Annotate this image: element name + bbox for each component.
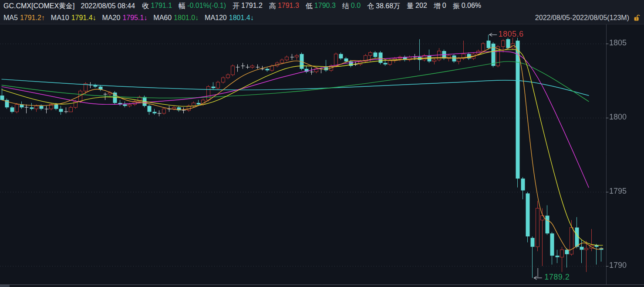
quote-field-open: 开1791.2 xyxy=(233,2,263,11)
annotation-high-price: 1805.6 xyxy=(499,30,524,39)
kline-chart-canvas[interactable] xyxy=(0,0,644,287)
down-arrow-icon: ↓ xyxy=(250,14,254,21)
ma-indicator-bar: MA51791.2↑ MA101791.4↓ MA201795.1↓ MA601… xyxy=(0,12,644,24)
quote-header: GC.CMX[COMEX黄金] 2022/08/05 08:44 收1791.1… xyxy=(0,0,644,24)
quote-field-oi-change: 增0 xyxy=(434,2,446,11)
y-axis-label: 1795 xyxy=(609,187,627,196)
quote-field-low: 低1790.3 xyxy=(306,2,336,11)
up-arrow-icon: ↑ xyxy=(41,14,45,21)
lock-icon[interactable]: ! xyxy=(634,14,641,21)
quote-field-close: 收1791.1 xyxy=(142,2,172,11)
quote-field-open-interest: 仓38.68万 xyxy=(367,2,400,11)
ma-item-ma120: MA1201801.4↓ xyxy=(205,14,254,22)
symbol-label: GC.CMX[COMEX黄金] xyxy=(3,2,75,11)
quote-field-volume: 量202 xyxy=(407,2,427,11)
y-axis-label: 1800 xyxy=(609,113,627,122)
futures-kline-window: GC.CMX[COMEX黄金] 2022/08/05 08:44 收1791.1… xyxy=(0,0,644,287)
y-axis-label: 1805 xyxy=(609,38,627,48)
ma-item-ma5: MA51791.2↑ xyxy=(3,14,45,22)
quote-field-change: 幅-0.01%(-0.1) xyxy=(179,2,226,11)
quote-field-settle: 结0.0 xyxy=(342,2,361,11)
quote-field-high: 高1791.3 xyxy=(269,2,299,11)
ma-item-ma60: MA601801.0↓ xyxy=(153,14,199,22)
annotation-low-price: 1789.2 xyxy=(544,273,570,282)
quote-datetime: 2022/08/05 08:44 xyxy=(81,2,135,10)
quote-row: GC.CMX[COMEX黄金] 2022/08/05 08:44 收1791.1… xyxy=(0,0,644,12)
date-range-label: 2022/08/05-2022/08/05(123M) xyxy=(535,14,629,22)
quote-field-amplitude: 振0.06% xyxy=(453,2,481,11)
y-axis-label: 1790 xyxy=(609,261,627,270)
down-arrow-icon: ↓ xyxy=(195,14,199,21)
svg-text:!: ! xyxy=(636,17,637,21)
down-arrow-icon: ↓ xyxy=(93,14,96,21)
ma-item-ma20: MA201795.1↓ xyxy=(102,14,148,22)
down-arrow-icon: ↓ xyxy=(144,14,147,21)
ma-item-ma10: MA101791.4↓ xyxy=(51,14,96,22)
